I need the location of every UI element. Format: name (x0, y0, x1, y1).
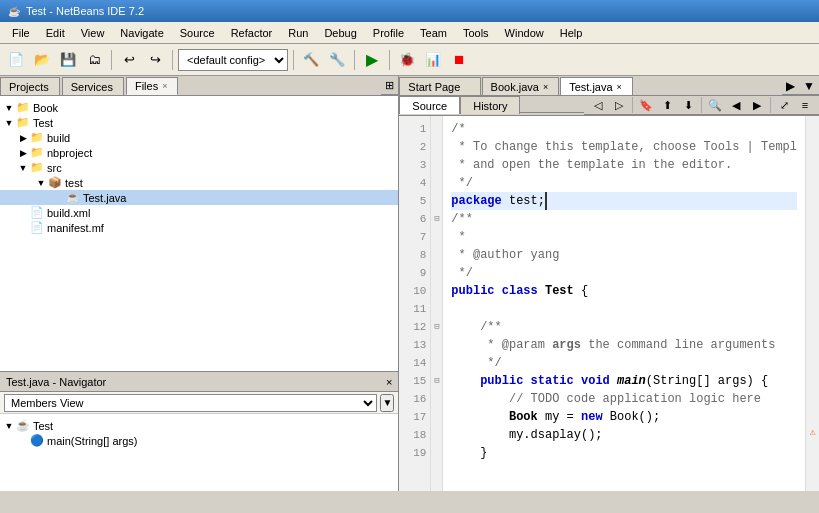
wg-12 (806, 318, 819, 336)
expand-src[interactable]: ▼ (18, 163, 28, 173)
menu-refactor[interactable]: Refactor (223, 25, 281, 41)
debug-button[interactable]: 🐞 (395, 48, 419, 72)
menu-run[interactable]: Run (280, 25, 316, 41)
menu-tools[interactable]: Tools (455, 25, 497, 41)
code-content[interactable]: /* * To change this template, choose Too… (443, 116, 805, 491)
warning-icon-18: ⚠ (806, 426, 819, 444)
tab-services[interactable]: Services (62, 77, 124, 95)
build-button[interactable]: 🔨 (299, 48, 323, 72)
ln-7: 7 (405, 228, 426, 246)
tree-item-test-java[interactable]: ☕ Test.java (0, 190, 398, 205)
expand-book[interactable]: ▼ (4, 103, 14, 113)
expand-test-root[interactable]: ▼ (4, 118, 14, 128)
cc-6-collapse[interactable]: ⊟ (433, 210, 440, 228)
ln-15: 15 (405, 372, 426, 390)
java-icon-test: ☕ (66, 191, 80, 204)
menu-edit[interactable]: Edit (38, 25, 73, 41)
tab-book-java[interactable]: Book.java × (482, 77, 560, 95)
tab-files[interactable]: Files × (126, 77, 179, 95)
expand-test-pkg[interactable]: ▼ (36, 178, 46, 188)
expand-nav-test[interactable]: ▼ (4, 421, 14, 431)
undo-button[interactable]: ↩ (117, 48, 141, 72)
ln-18: 18 (405, 426, 426, 444)
config-dropdown[interactable]: <default config> (178, 49, 288, 71)
save-button[interactable]: 💾 (56, 48, 80, 72)
mf-icon-manifest: 📄 (30, 221, 44, 234)
editor-history-fwd[interactable]: ▷ (609, 96, 629, 114)
menu-source[interactable]: Source (172, 25, 223, 41)
tree-item-nbproject[interactable]: ▶ 📁 nbproject (0, 145, 398, 160)
cc-12-collapse[interactable]: ⊟ (433, 318, 440, 336)
code-area[interactable]: 1 2 3 4 5 6 7 8 9 10 11 12 13 14 15 16 1… (399, 116, 819, 491)
menu-profile[interactable]: Profile (365, 25, 412, 41)
tab-projects[interactable]: Projects (0, 77, 60, 95)
ln-19: 19 (405, 444, 426, 462)
code-line-6: /** (451, 210, 797, 228)
folder-icon-book: 📁 (16, 101, 30, 114)
editor-more[interactable]: ≡ (795, 96, 815, 114)
wg-5 (806, 192, 819, 210)
navigator-close[interactable]: × (386, 376, 392, 388)
ln-13: 13 (405, 336, 426, 354)
editor-history-back[interactable]: ◁ (588, 96, 608, 114)
clean-build-button[interactable]: 🔧 (325, 48, 349, 72)
open-button[interactable]: 📂 (30, 48, 54, 72)
ln-17: 17 (405, 408, 426, 426)
menu-file[interactable]: File (4, 25, 38, 41)
ln-3: 3 (405, 156, 426, 174)
tab-book-close[interactable]: × (543, 82, 548, 92)
wg-14 (806, 354, 819, 372)
editor-diff[interactable]: ⤢ (774, 96, 794, 114)
tab-start-page[interactable]: Start Page × (399, 77, 480, 95)
menu-view[interactable]: View (73, 25, 113, 41)
ln-10: 10 (405, 282, 426, 300)
tree-item-test-root[interactable]: ▼ 📁 Test (0, 115, 398, 130)
tree-item-build[interactable]: ▶ 📁 build (0, 130, 398, 145)
run-button[interactable]: ▶ (360, 48, 384, 72)
code-line-9: */ (451, 264, 797, 282)
editor-tab-scroll-right[interactable]: ▶ (782, 78, 799, 95)
cc-15-collapse[interactable]: ⊟ (433, 372, 440, 390)
redo-button[interactable]: ↪ (143, 48, 167, 72)
tree-item-buildxml[interactable]: 📄 build.xml (0, 205, 398, 220)
editor-tab-bar: Start Page × Book.java × Test.java × ▶ ▼ (399, 76, 819, 96)
expand-build[interactable]: ▶ (18, 133, 28, 143)
tree-item-test-pkg[interactable]: ▼ 📦 test (0, 175, 398, 190)
tree-item-book[interactable]: ▼ 📁 Book (0, 100, 398, 115)
profile-button[interactable]: 📊 (421, 48, 445, 72)
nav-tree-main[interactable]: 🔵 main(String[] args) (0, 433, 398, 448)
maximize-left-panel[interactable]: ⊞ (381, 77, 398, 95)
members-view-dropdown[interactable]: Members View (4, 394, 377, 412)
stop-button[interactable]: ⏹ (447, 48, 471, 72)
menu-navigate[interactable]: Navigate (112, 25, 171, 41)
navigator-tree[interactable]: ▼ ☕ Test 🔵 main(String[] args) (0, 414, 398, 491)
ln-16: 16 (405, 390, 426, 408)
folder-icon-test: 📁 (16, 116, 30, 129)
navigator-combo-bar: Members View ▼ (0, 392, 398, 414)
editor-find[interactable]: 🔍 (705, 96, 725, 114)
tree-item-src[interactable]: ▼ 📁 src (0, 160, 398, 175)
menu-window[interactable]: Window (497, 25, 552, 41)
editor-next-bookmark[interactable]: ⬇ (678, 96, 698, 114)
file-tree[interactable]: ▼ 📁 Book ▼ 📁 Test ▶ 📁 build (0, 96, 398, 371)
editor-tab-spacer (634, 77, 782, 96)
tab-test-close[interactable]: × (617, 82, 622, 92)
tab-test-java[interactable]: Test.java × (560, 77, 633, 95)
editor-prev-match[interactable]: ◀ (726, 96, 746, 114)
nav-tree-test[interactable]: ▼ ☕ Test (0, 418, 398, 433)
menu-debug[interactable]: Debug (316, 25, 364, 41)
nav-dropdown-btn[interactable]: ▼ (380, 394, 394, 412)
tab-source[interactable]: Source (399, 96, 460, 114)
saveall-button[interactable]: 🗂 (82, 48, 106, 72)
editor-prev-bookmark[interactable]: ⬆ (657, 96, 677, 114)
menu-help[interactable]: Help (552, 25, 591, 41)
menu-team[interactable]: Team (412, 25, 455, 41)
expand-nbproject[interactable]: ▶ (18, 148, 28, 158)
tree-item-manifest[interactable]: 📄 manifest.mf (0, 220, 398, 235)
editor-tab-menu[interactable]: ▼ (799, 78, 819, 95)
editor-next-match[interactable]: ▶ (747, 96, 767, 114)
new-button[interactable]: 📄 (4, 48, 28, 72)
editor-toggle-bookmarks[interactable]: 🔖 (636, 96, 656, 114)
tab-files-close[interactable]: × (162, 81, 167, 91)
tab-history[interactable]: History (460, 96, 520, 114)
